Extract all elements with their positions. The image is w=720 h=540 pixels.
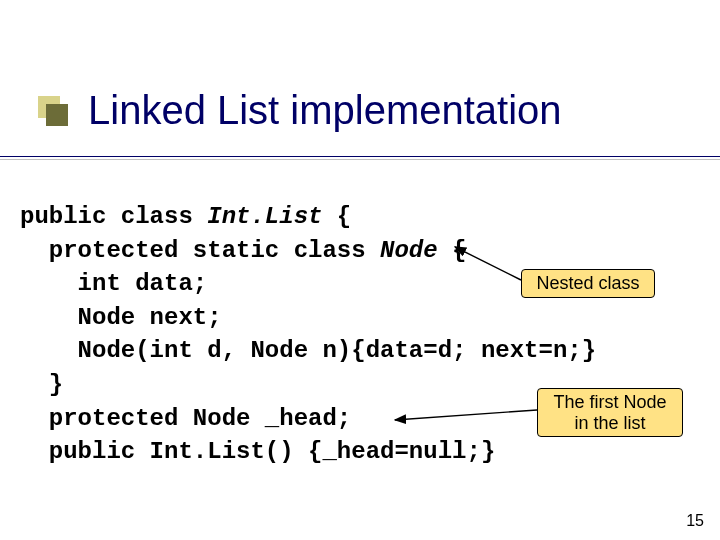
code-l2b: Node	[380, 237, 438, 264]
code-l1b: Int.List	[207, 203, 322, 230]
callout-first-node: The first Node in the list	[537, 388, 683, 437]
title-underline	[0, 156, 720, 157]
slide: Linked List implementation public class …	[0, 0, 720, 540]
title-block: Linked List implementation	[38, 88, 562, 133]
code-l4: Node next;	[20, 304, 222, 331]
code-l1a: public class	[20, 203, 207, 230]
code-l8: public Int.List() {_head=null;}	[20, 438, 495, 465]
code-l2c: {	[438, 237, 467, 264]
code-l2a: protected static class	[20, 237, 380, 264]
code-l6: }	[20, 371, 63, 398]
callout-nested-class: Nested class	[521, 269, 655, 298]
code-l1c: {	[322, 203, 351, 230]
code-block: public class Int.List { protected static…	[20, 200, 596, 469]
page-title: Linked List implementation	[88, 88, 562, 133]
page-number: 15	[686, 512, 704, 530]
title-bullet-icon	[38, 96, 68, 126]
code-l3: int data;	[20, 270, 207, 297]
code-l5: Node(int d, Node n){data=d; next=n;}	[20, 337, 596, 364]
title-underline-shadow	[0, 159, 720, 160]
code-l7: protected Node _head;	[20, 405, 351, 432]
